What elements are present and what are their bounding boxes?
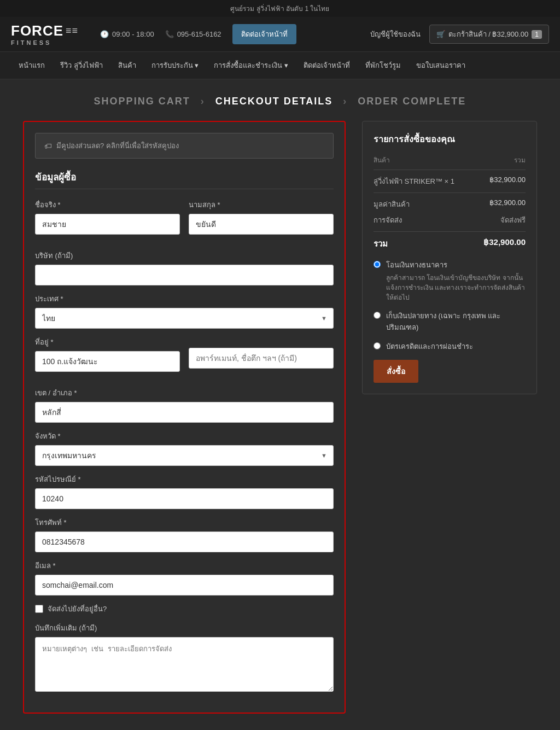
payment-bank-content: โอนเงินทางธนาคาร ลูกค้าสามารถ โอนเงินเข้… [386, 259, 526, 302]
address2-group: - [189, 336, 334, 372]
shipping-label: การจัดส่ง [374, 214, 402, 226]
country-label: ประเทศ * [35, 293, 334, 305]
total-row: รวม ฿32,900.00 [374, 237, 526, 250]
logo[interactable]: FORCE ≡≡ FITNESS [11, 22, 78, 46]
company-label: บริษัท (ถ้ามี) [35, 250, 334, 261]
logo-force: FORCE [11, 22, 63, 39]
cart-button[interactable]: 🛒 ตะกร้าสินค้า / ฿32,900.00 1 [429, 25, 549, 44]
ship-diff-row: จัดส่งไปยังที่อยู่อื่น? [35, 603, 334, 615]
order-item-row: ลู่วิ่งไฟฟ้า STRIKER™ × 1 ฿32,900.00 [374, 176, 526, 187]
first-name-input[interactable] [35, 214, 180, 235]
address-row: ที่อยู่ * - [35, 336, 334, 379]
header: FORCE ≡≡ FITNESS 🕐 09:00 - 18:00 📞 095-6… [0, 17, 560, 52]
address1-label: ที่อยู่ * [35, 336, 180, 348]
notes-textarea[interactable] [35, 637, 334, 692]
district-input[interactable] [35, 402, 334, 423]
company-input[interactable] [35, 265, 334, 285]
subtotal-label: มูลค่าสินค้า [374, 198, 410, 210]
nav-quote[interactable]: ขอใบเสนอราคา [409, 52, 473, 79]
phone-text: 095-615-6162 [177, 30, 221, 38]
address1-input[interactable] [35, 351, 180, 372]
cart-label: ตะกร้าสินค้า / ฿32,900.00 [448, 28, 529, 40]
payment-cod[interactable]: เก็บเงินปลายทาง (เฉพาะ กรุงเทพ และ ปริมณ… [374, 310, 526, 333]
payment-cod-radio[interactable] [374, 312, 381, 319]
payment-bank-radio[interactable] [374, 261, 381, 268]
nav: หน้าแรก รีวิว ลู่วิ่งไฟฟ้า สินค้า การรับ… [0, 52, 560, 79]
total-value: ฿32,900.00 [483, 237, 526, 250]
payment-credit-radio[interactable] [374, 342, 381, 349]
ship-diff-checkbox[interactable] [35, 605, 43, 613]
phone-item[interactable]: 📞 095-615-6162 [165, 30, 221, 38]
address1-group: ที่อยู่ * [35, 336, 180, 372]
country-select[interactable]: ไทย [35, 308, 334, 329]
province-select[interactable]: กรุงเทพมหานคร [35, 445, 334, 466]
order-summary: รายการสั่งซื้อของคุณ สินค้า รวม ลู่วิ่งไ… [362, 121, 537, 394]
coupon-bar[interactable]: มีคูปองส่วนลด? คลิกที่นี่เพื่อใส่รหัสคูป… [35, 133, 334, 159]
order-item-price: ฿32,900.00 [489, 176, 526, 187]
order-submit-button[interactable]: สั่งซื้อ [374, 360, 418, 383]
nav-warranty[interactable]: การรับประกัน ▾ [144, 52, 207, 79]
notes-group: บันทึกเพิ่มเติม (ถ้ามี) [35, 622, 334, 694]
breadcrumb-step1[interactable]: SHOPPING CART [94, 96, 190, 107]
order-summary-title: รายการสั่งซื้อของคุณ [374, 132, 526, 146]
clock-icon: 🕐 [100, 30, 109, 38]
email-group: อีเมล * [35, 560, 334, 595]
payment-bank[interactable]: โอนเงินทางธนาคาร ลูกค้าสามารถ โอนเงินเข้… [374, 259, 526, 302]
payment-cod-content: เก็บเงินปลายทาง (เฉพาะ กรุงเทพ และ ปริมณ… [386, 310, 526, 333]
address2-input[interactable] [189, 348, 334, 369]
payment-bank-desc: ลูกค้าสามารถ โอนเงินเข้าบัญชีของบริษัท จ… [386, 273, 526, 302]
breadcrumb-step3[interactable]: ORDER COMPLETE [358, 96, 466, 107]
hours-item: 🕐 09:00 - 18:00 [100, 30, 154, 38]
first-name-label: ชื่อจริง * [35, 199, 180, 211]
announcement-bar: ศูนย์รวม ลู่วิ่งไฟฟ้า อันดับ 1 ในไทย [0, 0, 560, 17]
name-row: ชื่อจริง * นามสกุล * [35, 199, 334, 242]
phone-input[interactable] [35, 532, 334, 552]
contact-button[interactable]: ติดต่อเจ้าหน้าที่ [232, 24, 296, 44]
nav-products[interactable]: สินค้า [110, 52, 144, 79]
nav-contact[interactable]: ติดต่อเจ้าหน้าที่ [296, 52, 358, 79]
logo-fitness: FITNESS [11, 39, 78, 46]
breadcrumb-sep1: › [201, 96, 205, 107]
nav-order[interactable]: การสั่งซื้อและชำระเงิน ▾ [206, 52, 296, 79]
nav-treadmill-review[interactable]: รีวิว ลู่วิ่งไฟฟ้า [52, 52, 110, 79]
coupon-text: มีคูปองส่วนลด? คลิกที่นี่เพื่อใส่รหัสคูป… [56, 140, 179, 151]
buyer-info-title: ข้อมูลผู้ซื้อ [35, 170, 334, 189]
cart-count: 1 [532, 30, 542, 39]
email-input[interactable] [35, 575, 334, 595]
logo-lines: ≡≡ [66, 25, 78, 37]
company-group: บริษัท (ถ้ามี) [35, 250, 334, 285]
breadcrumb-sep2: › [343, 96, 347, 107]
postal-input[interactable] [35, 488, 334, 509]
nav-home[interactable]: หน้าแรก [11, 52, 52, 79]
payment-credit-content: บัตรเครดิตและการผ่อนชำระ [386, 341, 473, 352]
payment-cod-label: เก็บเงินปลายทาง (เฉพาะ กรุงเทพ และ ปริมณ… [386, 310, 526, 333]
account-link[interactable]: บัญชีผู้ใช้ของฉัน [370, 28, 421, 40]
payment-bank-label: โอนเงินทางธนาคาร [386, 259, 526, 271]
last-name-input[interactable] [189, 214, 334, 235]
header-contact: 🕐 09:00 - 18:00 📞 095-615-6162 ติดต่อเจ้… [100, 24, 359, 44]
cart-icon: 🛒 [436, 30, 445, 38]
district-label: เขต / อำเภอ * [35, 387, 334, 399]
header-right: บัญชีผู้ใช้ของฉัน 🛒 ตะกร้าสินค้า / ฿32,9… [370, 25, 549, 44]
nav-showroom[interactable]: ที่พักโชว์รูม [358, 52, 409, 79]
col-product: สินค้า [374, 155, 390, 165]
subtotal-row: มูลค่าสินค้า ฿32,900.00 [374, 198, 526, 210]
payment-credit[interactable]: บัตรเครดิตและการผ่อนชำระ [374, 341, 526, 352]
payment-credit-label: บัตรเครดิตและการผ่อนชำระ [386, 341, 473, 352]
breadcrumb-step2[interactable]: CHECKOUT DETAILS [215, 96, 333, 107]
checkout-form: มีคูปองส่วนลด? คลิกที่นี่เพื่อใส่รหัสคูป… [23, 121, 346, 714]
email-label: อีเมล * [35, 560, 334, 571]
subtotal-value: ฿32,900.00 [489, 198, 526, 210]
hours-text: 09:00 - 18:00 [112, 30, 154, 38]
postal-label: รหัสไปรษณีย์ * [35, 474, 334, 485]
main-content: มีคูปองส่วนลด? คลิกที่นี่เพื่อใส่รหัสคูป… [12, 121, 548, 730]
order-header-row: สินค้า รวม [374, 155, 526, 170]
phone-group: โทรศัพท์ * [35, 517, 334, 552]
province-label: จังหวัด * [35, 430, 334, 442]
order-divider-2 [374, 231, 526, 232]
first-name-group: ชื่อจริง * [35, 199, 180, 235]
ship-diff-label: จัดส่งไปยังที่อยู่อื่น? [48, 603, 107, 615]
phone-label: โทรศัพท์ * [35, 517, 334, 528]
order-item-name: ลู่วิ่งไฟฟ้า STRIKER™ × 1 [374, 176, 454, 187]
breadcrumb: SHOPPING CART › CHECKOUT DETAILS › ORDER… [0, 79, 560, 121]
